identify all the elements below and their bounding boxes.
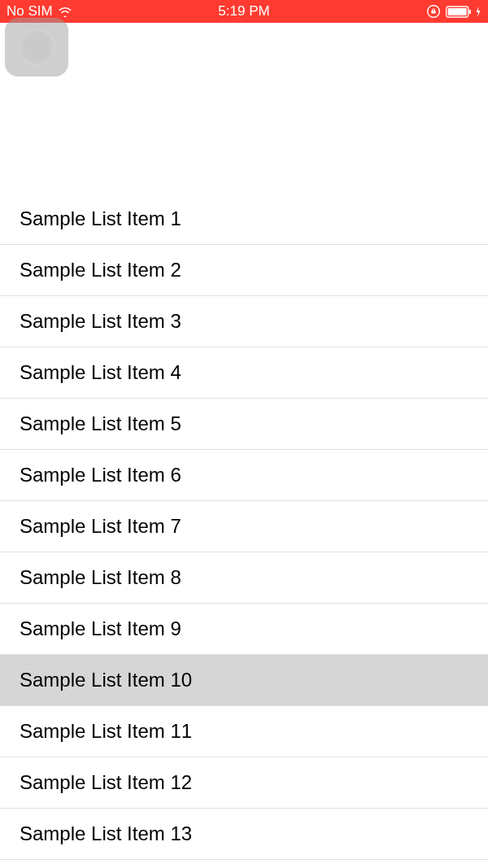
list-item-label: Sample List Item 10 xyxy=(20,669,192,691)
wifi-icon xyxy=(58,6,72,17)
list-item[interactable]: Sample List Item 12 xyxy=(0,757,488,809)
status-bar-right xyxy=(426,4,481,19)
battery-icon xyxy=(446,6,481,18)
list-item[interactable]: Sample List Item 6 xyxy=(0,450,488,501)
list-item[interactable]: Sample List Item 3 xyxy=(0,296,488,347)
assistive-touch-inner-circle xyxy=(17,28,56,67)
list-item-label: Sample List Item 6 xyxy=(20,464,181,486)
list-item-label: Sample List Item 1 xyxy=(20,207,181,230)
svg-rect-2 xyxy=(448,7,467,15)
list-item[interactable]: Sample List Item 5 xyxy=(0,399,488,450)
list-item-label: Sample List Item 2 xyxy=(20,259,181,281)
list-item[interactable]: Sample List Item 13 xyxy=(0,809,488,860)
list-item[interactable]: Sample List Item 1 xyxy=(0,194,488,245)
list-item[interactable]: Sample List Item 11 xyxy=(0,706,488,757)
list-item-label: Sample List Item 12 xyxy=(20,771,192,794)
orientation-lock-icon xyxy=(426,4,441,19)
content-area: Sample List Item 1Sample List Item 2Samp… xyxy=(0,23,488,868)
list-item[interactable]: Sample List Item 7 xyxy=(0,501,488,552)
status-bar-left: No SIM xyxy=(7,3,72,20)
list-item-label: Sample List Item 11 xyxy=(20,720,192,743)
list-item-label: Sample List Item 3 xyxy=(20,310,181,333)
sample-list[interactable]: Sample List Item 1Sample List Item 2Samp… xyxy=(0,194,488,860)
status-bar-time: 5:19 PM xyxy=(218,3,269,20)
list-item[interactable]: Sample List Item 9 xyxy=(0,604,488,655)
list-item-label: Sample List Item 13 xyxy=(20,822,192,845)
list-item-label: Sample List Item 5 xyxy=(20,412,181,435)
carrier-label: No SIM xyxy=(7,3,53,20)
list-item-label: Sample List Item 4 xyxy=(20,361,181,384)
list-item[interactable]: Sample List Item 8 xyxy=(0,552,488,604)
svg-rect-3 xyxy=(469,9,471,13)
list-item[interactable]: Sample List Item 2 xyxy=(0,245,488,296)
list-item[interactable]: Sample List Item 10 xyxy=(0,655,488,706)
list-item-label: Sample List Item 7 xyxy=(20,515,181,538)
list-item-label: Sample List Item 9 xyxy=(20,617,181,640)
list-item[interactable]: Sample List Item 4 xyxy=(0,347,488,399)
assistive-touch-button[interactable] xyxy=(5,18,68,76)
header-spacer xyxy=(0,23,488,194)
list-item-label: Sample List Item 8 xyxy=(20,566,181,589)
status-bar: No SIM 5:19 PM xyxy=(0,0,488,23)
